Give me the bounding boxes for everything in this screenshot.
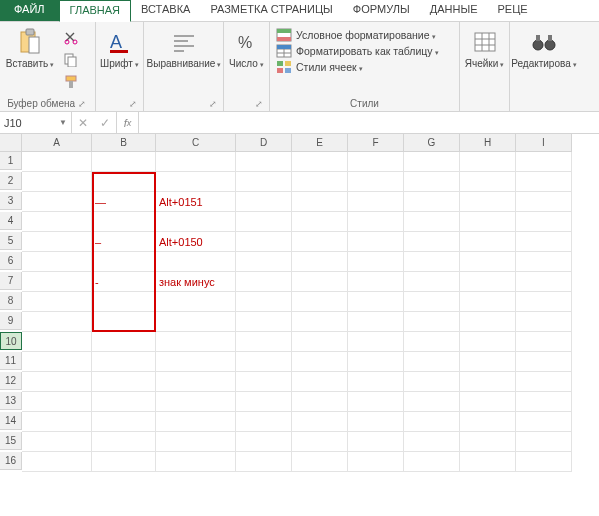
cell-D5[interactable] xyxy=(236,232,292,252)
format-as-table-button[interactable]: Форматировать как таблицу xyxy=(276,44,439,58)
cell-E10[interactable] xyxy=(292,332,348,352)
cell-C10[interactable] xyxy=(156,332,236,352)
cell-F16[interactable] xyxy=(348,452,404,472)
tab-review[interactable]: РЕЦЕ xyxy=(487,0,537,21)
cell-E4[interactable] xyxy=(292,212,348,232)
cell-B8[interactable] xyxy=(92,292,156,312)
cell-I13[interactable] xyxy=(516,392,572,412)
cell-B2[interactable] xyxy=(92,172,156,192)
fx-label-icon[interactable]: fx xyxy=(117,112,139,133)
tab-data[interactable]: ДАННЫЕ xyxy=(420,0,488,21)
tab-formulas[interactable]: ФОРМУЛЫ xyxy=(343,0,420,21)
cell-A2[interactable] xyxy=(22,172,92,192)
select-all-button[interactable] xyxy=(0,134,22,152)
cell-D12[interactable] xyxy=(236,372,292,392)
row-header-12[interactable]: 12 xyxy=(0,372,22,390)
cell-C6[interactable] xyxy=(156,252,236,272)
cell-F7[interactable] xyxy=(348,272,404,292)
chevron-down-icon[interactable]: ▼ xyxy=(59,118,67,127)
cell-G11[interactable] xyxy=(404,352,460,372)
cell-I7[interactable] xyxy=(516,272,572,292)
cell-I11[interactable] xyxy=(516,352,572,372)
cell-E8[interactable] xyxy=(292,292,348,312)
format-painter-button[interactable] xyxy=(60,72,82,92)
cell-D16[interactable] xyxy=(236,452,292,472)
row-header-4[interactable]: 4 xyxy=(0,212,22,230)
cell-G16[interactable] xyxy=(404,452,460,472)
cell-D2[interactable] xyxy=(236,172,292,192)
cell-B7[interactable]: - xyxy=(92,272,156,292)
cell-D11[interactable] xyxy=(236,352,292,372)
cell-D6[interactable] xyxy=(236,252,292,272)
cell-C16[interactable] xyxy=(156,452,236,472)
alignment-launcher-icon[interactable]: ⤢ xyxy=(148,97,219,111)
cell-H15[interactable] xyxy=(460,432,516,452)
cell-F9[interactable] xyxy=(348,312,404,332)
cell-G13[interactable] xyxy=(404,392,460,412)
cell-A15[interactable] xyxy=(22,432,92,452)
cell-B15[interactable] xyxy=(92,432,156,452)
alignment-button[interactable]: Выравнивание xyxy=(148,24,220,70)
cell-A3[interactable] xyxy=(22,192,92,212)
cell-I2[interactable] xyxy=(516,172,572,192)
col-header-H[interactable]: H xyxy=(460,134,516,152)
cell-C12[interactable] xyxy=(156,372,236,392)
enter-icon[interactable]: ✓ xyxy=(94,116,116,130)
cell-C5[interactable]: Alt+0150 xyxy=(156,232,236,252)
cell-A14[interactable] xyxy=(22,412,92,432)
cell-A16[interactable] xyxy=(22,452,92,472)
cell-C1[interactable] xyxy=(156,152,236,172)
cell-G8[interactable] xyxy=(404,292,460,312)
cut-button[interactable] xyxy=(60,28,82,48)
cell-F6[interactable] xyxy=(348,252,404,272)
cell-B1[interactable] xyxy=(92,152,156,172)
copy-button[interactable] xyxy=(60,50,82,70)
cell-I16[interactable] xyxy=(516,452,572,472)
cell-H8[interactable] xyxy=(460,292,516,312)
cell-H6[interactable] xyxy=(460,252,516,272)
cell-C2[interactable] xyxy=(156,172,236,192)
cell-H1[interactable] xyxy=(460,152,516,172)
cell-B5[interactable]: – xyxy=(92,232,156,252)
font-launcher-icon[interactable]: ⤢ xyxy=(100,97,139,111)
cell-C8[interactable] xyxy=(156,292,236,312)
col-header-I[interactable]: I xyxy=(516,134,572,152)
cell-E12[interactable] xyxy=(292,372,348,392)
cell-F12[interactable] xyxy=(348,372,404,392)
cells-button[interactable]: Ячейки xyxy=(464,24,505,70)
cell-H10[interactable] xyxy=(460,332,516,352)
name-box[interactable]: J10 ▼ xyxy=(0,112,72,133)
cell-H13[interactable] xyxy=(460,392,516,412)
cell-D13[interactable] xyxy=(236,392,292,412)
cell-C13[interactable] xyxy=(156,392,236,412)
cell-H16[interactable] xyxy=(460,452,516,472)
cell-A11[interactable] xyxy=(22,352,92,372)
cancel-icon[interactable]: ✕ xyxy=(72,116,94,130)
cell-F8[interactable] xyxy=(348,292,404,312)
cell-E15[interactable] xyxy=(292,432,348,452)
cell-E16[interactable] xyxy=(292,452,348,472)
row-header-2[interactable]: 2 xyxy=(0,172,22,190)
formula-input[interactable] xyxy=(139,112,599,133)
cell-I15[interactable] xyxy=(516,432,572,452)
cell-E9[interactable] xyxy=(292,312,348,332)
cell-G6[interactable] xyxy=(404,252,460,272)
cell-G4[interactable] xyxy=(404,212,460,232)
cell-I14[interactable] xyxy=(516,412,572,432)
col-header-B[interactable]: B xyxy=(92,134,156,152)
cell-I9[interactable] xyxy=(516,312,572,332)
cell-B14[interactable] xyxy=(92,412,156,432)
cell-G5[interactable] xyxy=(404,232,460,252)
cell-D15[interactable] xyxy=(236,432,292,452)
cell-G2[interactable] xyxy=(404,172,460,192)
clipboard-launcher-icon[interactable]: ⤢ xyxy=(78,99,88,109)
cell-A12[interactable] xyxy=(22,372,92,392)
cell-B12[interactable] xyxy=(92,372,156,392)
cell-C3[interactable]: Alt+0151 xyxy=(156,192,236,212)
row-header-7[interactable]: 7 xyxy=(0,272,22,290)
cell-D7[interactable] xyxy=(236,272,292,292)
editing-button[interactable]: Редактирова xyxy=(514,24,574,70)
cell-A4[interactable] xyxy=(22,212,92,232)
cell-G1[interactable] xyxy=(404,152,460,172)
col-header-G[interactable]: G xyxy=(404,134,460,152)
